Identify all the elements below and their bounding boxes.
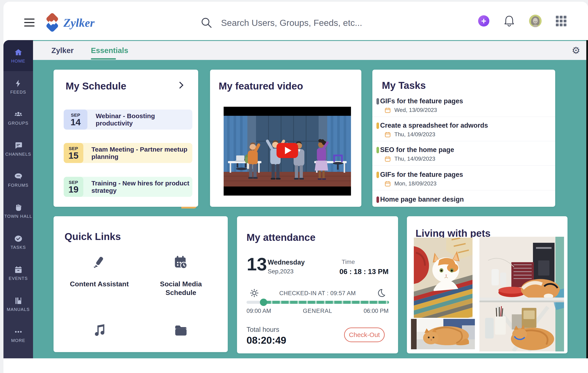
portal-tabbar: Zylker Essentials ⚙ <box>33 40 588 61</box>
quick-link-label: Social Media Schedule <box>146 280 215 297</box>
app-window: Zylker Search Users, Groups, Feeds, etc.… <box>0 0 588 373</box>
divider <box>372 117 555 117</box>
date-badge: SEP15 <box>64 143 83 163</box>
date-badge: SEP19 <box>64 177 83 197</box>
lightning-icon <box>14 79 23 88</box>
raised-fist-icon <box>14 203 23 212</box>
sidebar-item-tasks[interactable]: TASKS <box>3 226 33 257</box>
task-due-date: Wed, 13/09/2023 <box>384 107 437 113</box>
schedule-item-label: Team Meeting - Partner meetup planning <box>92 146 192 161</box>
hamburger-menu-icon[interactable] <box>24 19 35 28</box>
sidebar-item-feeds[interactable]: FEEDS <box>3 71 33 102</box>
task-due-date: Thu, 14/09/2023 <box>384 131 435 138</box>
progress-dashes <box>263 301 389 304</box>
quick-links-card: Quick Links Content Assistant Social Med… <box>53 216 228 352</box>
sidebar-item-forums[interactable]: FORUMS <box>3 164 33 195</box>
check-out-button[interactable]: Check-Out <box>344 328 385 342</box>
my-tasks-card: My Tasks GIFs for the feature pages Wed,… <box>372 70 555 207</box>
pets-card: Living with pets <box>407 216 567 353</box>
task-item-label[interactable]: Home page banner design <box>380 196 464 203</box>
pet-photo-kitten-laptop <box>411 319 475 349</box>
check-circle-icon <box>14 234 23 243</box>
user-avatar[interactable] <box>529 15 542 27</box>
app-grid-icon[interactable] <box>556 16 567 26</box>
calendar-icon <box>384 181 391 187</box>
video-title: My featured video <box>219 80 303 92</box>
my-schedule-card: My Schedule SEP14 Webinar - Boosting pro… <box>53 70 198 207</box>
time-label: Time <box>342 259 355 265</box>
attendance-card: My attendance 13 Wednesday Sep,2023 Time… <box>237 216 398 353</box>
priority-bar <box>377 172 379 178</box>
video-thumbnail <box>224 107 351 196</box>
book-icon <box>14 296 23 305</box>
schedule-item-label: Webinar - Boosting productivity <box>96 112 192 127</box>
priority-bar <box>377 196 379 203</box>
priority-bar <box>377 98 379 105</box>
sidebar-item-channels[interactable]: CHANNELS <box>3 133 33 164</box>
create-new-button[interactable]: + <box>478 15 489 27</box>
video-player[interactable] <box>224 107 351 196</box>
schedule-item-label: Training - New hires for product strateg… <box>92 180 192 194</box>
task-item-label[interactable]: Create a spreadsheet for adwords <box>380 121 488 129</box>
sidebar-item-more[interactable]: MORE <box>3 320 33 351</box>
tab-essentials[interactable]: Essentials <box>91 41 128 60</box>
settings-gear-icon[interactable]: ⚙ <box>572 45 580 56</box>
priority-bar <box>377 122 379 129</box>
calendar-icon <box>384 156 391 162</box>
attendance-title: My attendance <box>247 232 315 243</box>
attendance-day: 13 <box>247 255 267 273</box>
sidebar-item-town-hall[interactable]: TOWN HALL <box>3 195 33 226</box>
pen-icon <box>92 255 107 270</box>
quick-link-music[interactable] <box>65 323 134 339</box>
sidebar-nav: HOME FEEDS GROUPS CHANNELS <box>3 40 33 358</box>
sidebar-item-events[interactable]: EVENTS <box>3 257 33 289</box>
global-search[interactable]: Search Users, Groups, Feeds, etc... <box>200 15 395 31</box>
task-due-date: Mon, 18/09/2023 <box>384 180 436 187</box>
shift-progress-slider[interactable] <box>247 301 389 304</box>
sidebar-label: FEEDS <box>10 90 26 94</box>
sidebar-item-manuals[interactable]: MANUALS <box>3 289 33 320</box>
app-logo[interactable]: Zylker <box>43 13 94 33</box>
task-item-label[interactable]: SEO for the home page <box>380 146 454 154</box>
schedule-item[interactable]: SEP15 Team Meeting - Partner meetup plan… <box>64 143 192 163</box>
sidebar-item-home[interactable]: HOME <box>3 40 33 71</box>
sidebar-item-groups[interactable]: GROUPS <box>3 102 33 133</box>
moon-icon <box>377 288 386 298</box>
logo-text: Zylker <box>63 16 94 30</box>
task-due-date: Thu, 14/09/2023 <box>384 155 435 162</box>
schedule-item[interactable]: SEP14 Webinar - Boosting productivity <box>64 110 192 130</box>
time-value: 06 : 18 : 13 PM <box>340 268 388 276</box>
chevron-right-icon[interactable] <box>177 81 186 90</box>
sidebar-label: MORE <box>11 338 25 343</box>
schedule-item[interactable]: SEP19 Training - New hires for product s… <box>64 177 192 197</box>
task-item-label[interactable]: GIFs for the feature pages <box>380 171 463 179</box>
speech-bubble-icon <box>14 172 23 181</box>
calendar-icon <box>14 265 23 274</box>
quick-link-files[interactable] <box>146 323 215 339</box>
pet-photo-cats-shelf <box>479 237 564 352</box>
sidebar-label: FORUMS <box>8 183 29 188</box>
featured-video-card: My featured video <box>210 70 361 207</box>
quick-link-label: Content Assistant <box>65 280 134 288</box>
sidebar-label: GROUPS <box>8 121 29 125</box>
search-icon <box>200 17 213 29</box>
calendar-clock-icon <box>173 255 189 270</box>
people-icon <box>14 110 23 119</box>
screen-right-edge <box>586 40 588 358</box>
music-note-icon <box>92 323 107 338</box>
sidebar-label: CHANNELS <box>5 152 31 157</box>
tab-zylker[interactable]: Zylker <box>51 41 74 60</box>
attendance-weekday: Wednesday <box>268 259 305 266</box>
total-hours-value: 08:20:49 <box>247 334 286 346</box>
attendance-month-year: Sep,2023 <box>268 268 294 275</box>
quick-link-content-assistant[interactable]: Content Assistant <box>65 255 134 288</box>
top-header: Zylker Search Users, Groups, Feeds, etc.… <box>3 2 588 40</box>
active-tab-underline <box>91 58 116 60</box>
total-hours-label: Total hours <box>247 326 279 333</box>
task-item-label[interactable]: GIFs for the feature pages <box>380 97 463 105</box>
quick-link-social-media-schedule[interactable]: Social Media Schedule <box>146 255 215 297</box>
slider-thumb[interactable] <box>260 299 267 306</box>
calendar-icon <box>384 107 391 113</box>
notifications-bell-icon[interactable] <box>504 15 515 27</box>
checked-in-text: CHECKED-IN AT : 09:57 AM <box>237 290 398 297</box>
